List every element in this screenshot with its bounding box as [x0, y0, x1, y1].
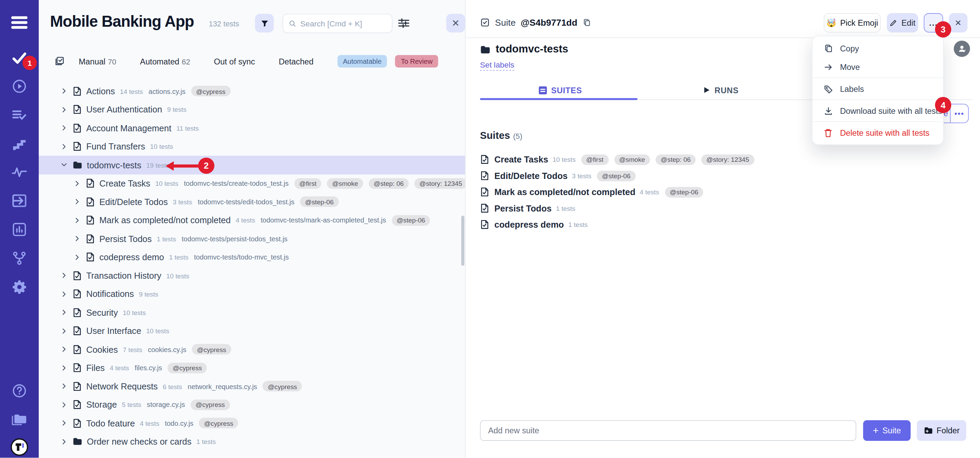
sidebar-item-import[interactable]: [0, 190, 39, 211]
chevron-right-icon[interactable]: [60, 438, 68, 445]
annotation-badge-2: 2: [198, 158, 214, 174]
menu-item-delete-suite-with-all-tests[interactable]: Delete suite with all tests: [813, 123, 943, 142]
filter-tab-manual[interactable]: Manual70: [79, 57, 116, 66]
tree-row[interactable]: Create Tasks10 teststodomvc-tests/create…: [39, 174, 466, 193]
tag-pill: @step-06: [300, 196, 339, 207]
suite-item-name: Create Tasks: [495, 155, 548, 164]
suite-list-item[interactable]: Edit/Delete Todos3 tests@step-06: [480, 168, 968, 184]
tree-row[interactable]: User Authentication9 tests: [39, 101, 466, 119]
sidebar-item-help[interactable]: [0, 380, 39, 401]
suite-item-count: 1 tests: [568, 221, 587, 228]
suite-list-item[interactable]: Mark as completed/not completed4 tests@s…: [480, 184, 968, 200]
sidebar-item-pulse[interactable]: [0, 161, 39, 183]
chevron-right-icon[interactable]: [60, 346, 68, 353]
chevron-right-icon[interactable]: [60, 124, 68, 131]
menu-item-move[interactable]: Move: [813, 57, 943, 77]
tree-row[interactable]: Storage5 testsstorage.cy.js@cypress: [39, 396, 466, 414]
tree-item-file: cookies.cy.js: [148, 346, 186, 353]
tree-row[interactable]: Actions14 testsactions.cy.js@cypress: [39, 82, 466, 101]
suite-item-count: 1 tests: [556, 204, 575, 212]
sidebar-item-branch[interactable]: [0, 247, 39, 269]
sidebar-item-steps[interactable]: [0, 133, 39, 155]
add-folder-button[interactable]: Folder: [917, 420, 966, 441]
adjustments-button[interactable]: [398, 18, 410, 29]
sidebar-item-play-circle[interactable]: [0, 76, 39, 97]
filter-tab-automated[interactable]: Automated62: [140, 57, 190, 66]
detail-close-button[interactable]: ✕: [949, 13, 968, 33]
chevron-right-icon[interactable]: [60, 291, 68, 298]
chevron-right-icon[interactable]: [60, 383, 68, 390]
filter-tab-out-of-sync[interactable]: Out of sync: [214, 57, 255, 66]
chevron-right-icon[interactable]: [74, 217, 81, 223]
tab-suites[interactable]: SUITES: [480, 81, 641, 99]
chevron-right-icon[interactable]: [60, 327, 68, 334]
tree-row[interactable]: Mark as completed/not completed4 teststo…: [39, 211, 466, 230]
chevron-right-icon[interactable]: [74, 254, 81, 260]
tree-row[interactable]: Files4 testsfiles.cy.js@cypress: [39, 359, 466, 377]
tree-row[interactable]: Security10 tests: [39, 303, 466, 322]
add-suite-button[interactable]: + Suite: [863, 420, 911, 441]
filter-funnel-button[interactable]: [255, 14, 274, 33]
filter-pill-automatable[interactable]: Automatable: [337, 55, 387, 67]
tree-row[interactable]: Order new checks or cards1 tests: [39, 432, 466, 451]
play-circle-icon: [12, 79, 27, 94]
menu-item-labels[interactable]: Labels: [813, 80, 943, 98]
tree-row[interactable]: Fund Transfers10 tests: [39, 137, 466, 156]
tree-row[interactable]: Cookies7 testscookies.cy.js@cypress: [39, 340, 466, 359]
tree-row[interactable]: codepress demo1 teststodomvc-tests/todo-…: [39, 248, 466, 267]
sidebar-item-logo[interactable]: [0, 436, 39, 458]
chevron-right-icon[interactable]: [60, 106, 68, 113]
left-panel-close-button[interactable]: ✕: [446, 14, 465, 33]
tree-row[interactable]: Notifications9 tests: [39, 285, 466, 303]
sidebar-item-hamburger[interactable]: [0, 12, 39, 33]
chevron-right-icon[interactable]: [60, 272, 68, 279]
chevron-right-icon[interactable]: [74, 198, 81, 205]
tree-item-count: 1 tests: [157, 235, 176, 243]
tree-row[interactable]: Network Requests6 testsnetwork_requests.…: [39, 377, 466, 396]
tree-scrollbar[interactable]: [461, 215, 464, 266]
tree-row[interactable]: Account Management11 tests: [39, 119, 466, 137]
filter-pill-to-review[interactable]: To Review: [395, 55, 438, 67]
chevron-right-icon[interactable]: [60, 364, 68, 371]
chevron-right-icon[interactable]: [60, 88, 68, 95]
sidebar-item-folders[interactable]: [0, 409, 39, 430]
runs-play-icon: [703, 86, 710, 94]
tag-pill: @smoke: [327, 178, 363, 188]
search-box[interactable]: [282, 14, 392, 33]
copy-id-button[interactable]: [582, 18, 592, 27]
tree-row[interactable]: Todo feature4 teststodo.cy.js@cypress: [39, 414, 466, 432]
tree-row[interactable]: todomvc-tests19 tests: [39, 156, 466, 174]
chevron-right-icon[interactable]: [60, 309, 68, 316]
menu-item-copy[interactable]: Copy: [813, 39, 943, 57]
tree-item-name: Actions: [86, 86, 115, 96]
tag-icon: [823, 84, 833, 93]
suite-list-item[interactable]: codepress demo1 tests: [480, 216, 968, 233]
edit-button[interactable]: Edit: [887, 13, 918, 33]
sidebar-item-gear[interactable]: [0, 276, 39, 298]
pick-emoji-button[interactable]: 🤯 Pick Emoji: [824, 13, 881, 33]
menu-item-download-suite-with-all-tests[interactable]: Download suite with all tests: [813, 101, 943, 120]
add-suite-input[interactable]: [480, 420, 856, 441]
tree-row[interactable]: Edit/Delete Todos3 teststodomvc-tests/ed…: [39, 193, 466, 211]
tab-runs[interactable]: RUNS: [641, 81, 802, 99]
sidebar-item-bar-chart[interactable]: [0, 219, 39, 240]
set-labels-link[interactable]: Set labels: [480, 61, 514, 70]
chevron-right-icon[interactable]: [74, 235, 81, 242]
search-input[interactable]: [300, 19, 386, 28]
split-more-button[interactable]: •••: [951, 105, 968, 123]
tree-row[interactable]: Transaction History10 tests: [39, 267, 466, 285]
chevron-right-icon[interactable]: [60, 401, 68, 408]
suite-list-item[interactable]: Create Tasks10 tests@first@smoke@step: 0…: [480, 151, 968, 167]
tree-row[interactable]: Persist Todos1 teststodomvc-tests/persis…: [39, 229, 466, 248]
user-check-icon: [957, 44, 967, 54]
chevron-right-icon[interactable]: [60, 143, 68, 150]
chevron-down-icon[interactable]: [60, 161, 68, 168]
tree-row[interactable]: User Interface10 tests: [39, 322, 466, 340]
hamburger-icon: [11, 16, 27, 29]
avatar[interactable]: [954, 41, 970, 57]
chevron-right-icon[interactable]: [60, 420, 68, 426]
suite-list-item[interactable]: Persist Todos1 tests: [480, 200, 968, 216]
chevron-right-icon[interactable]: [74, 180, 81, 187]
sidebar-item-list-check[interactable]: [0, 105, 39, 126]
filter-tab-detached[interactable]: Detached: [278, 57, 313, 66]
